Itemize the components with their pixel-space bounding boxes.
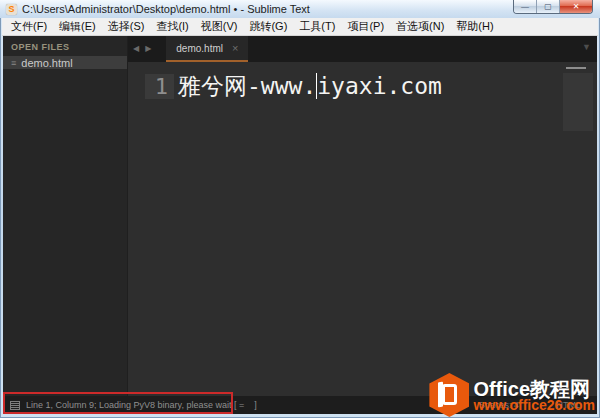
watermark-text: Office教程网 www.office26.com (473, 379, 595, 412)
code-text: 雅兮网-www.iyaxi.com (178, 71, 442, 102)
file-icon: ≡ (11, 58, 16, 68)
tab-close-icon[interactable]: × (232, 42, 238, 54)
menu-tools[interactable]: 工具(T) (293, 19, 341, 34)
menubar: 文件(F) 编辑(E) 选择(S) 查找(I) 视图(V) 跳转(G) 工具(T… (2, 18, 598, 36)
minimap[interactable] (563, 65, 593, 153)
code-line-1: 1 雅兮网-www.iyaxi.com (128, 70, 597, 102)
office-logo-icon (429, 373, 469, 417)
tabbar: ◀ ▶ demo.html × ▼ (128, 36, 597, 62)
editor-column: ◀ ▶ demo.html × ▼ 1 雅兮网-www.iyaxi.com (128, 36, 597, 396)
main-area: OPEN FILES ≡ demo.html ◀ ▶ demo.html × ▼ (3, 36, 597, 396)
menu-preferences[interactable]: 首选项(N) (390, 19, 450, 34)
tab-nav-next-icon[interactable]: ▶ (142, 36, 154, 62)
window-title: C:\Users\Administrator\Desktop\demo.html… (22, 3, 310, 15)
watermark-title: Office教程网 (473, 379, 595, 399)
code-text-after-caret: iyaxi.com (317, 73, 442, 99)
minimap-code-line (566, 67, 586, 69)
watermark-url: www.office26.com (473, 398, 595, 412)
editor-surface[interactable]: 1 雅兮网-www.iyaxi.com (128, 62, 597, 396)
office-logo-door (442, 384, 457, 405)
watermark: Office教程网 www.office26.com (429, 373, 595, 417)
close-button[interactable]: ✕ (560, 0, 592, 13)
tab-demo-html[interactable]: demo.html × (166, 36, 248, 62)
open-files-header: OPEN FILES (3, 36, 127, 56)
window-controls: — ▢ ✕ (513, 0, 593, 14)
sidebar: OPEN FILES ≡ demo.html (3, 36, 128, 396)
tab-overflow-icon[interactable]: ▼ (582, 42, 591, 52)
status-message: Line 1, Column 9; Loading PyV8 binary, p… (26, 400, 257, 410)
tab-nav-prev-icon[interactable]: ◀ (130, 36, 142, 62)
menu-edit[interactable]: 编辑(E) (53, 19, 102, 34)
menu-help[interactable]: 帮助(H) (450, 19, 499, 34)
code-text-before-caret: 雅兮网-www. (178, 73, 316, 99)
menu-selection[interactable]: 选择(S) (102, 19, 151, 34)
menu-goto[interactable]: 跳转(G) (243, 19, 293, 34)
sublime-text-icon: S (6, 4, 17, 15)
maximize-button[interactable]: ▢ (537, 0, 560, 13)
menu-view[interactable]: 视图(V) (195, 19, 244, 34)
panel-toggle-icon[interactable] (10, 401, 20, 410)
minimize-button[interactable]: — (514, 0, 537, 13)
titlebar[interactable]: S C:\Users\Administrator\Desktop\demo.ht… (0, 0, 600, 18)
gutter: 1 (128, 74, 174, 99)
sublime-text-window: S C:\Users\Administrator\Desktop\demo.ht… (0, 0, 600, 418)
minimap-viewport[interactable] (563, 73, 593, 131)
sidebar-item-demo-html[interactable]: ≡ demo.html (3, 56, 127, 69)
menu-find[interactable]: 查找(I) (150, 19, 194, 34)
sidebar-file-name: demo.html (21, 57, 72, 69)
menu-file[interactable]: 文件(F) (5, 19, 53, 34)
tab-label: demo.html (176, 43, 223, 54)
line-number: 1 (145, 74, 174, 99)
menu-project[interactable]: 项目(P) (341, 19, 390, 34)
